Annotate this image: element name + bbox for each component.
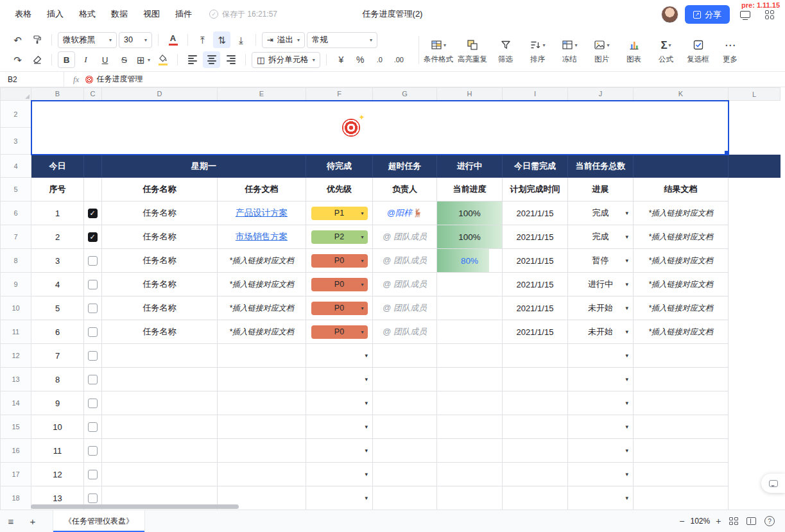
align-left-button[interactable] <box>184 51 201 68</box>
freeze-button[interactable]: ▾ 冻结 <box>554 36 585 67</box>
task-checkbox[interactable] <box>88 209 98 218</box>
column-label-doc[interactable]: 任务文档 <box>218 178 306 202</box>
cell[interactable] <box>729 249 781 273</box>
result-doc-cell[interactable]: *插入链接对应文档 <box>634 225 729 249</box>
selection-fill-handle[interactable] <box>724 150 729 155</box>
status-dropdown-cell[interactable]: 进行中▾ <box>568 273 634 296</box>
checkbox-cell[interactable] <box>84 296 102 320</box>
column-label-name[interactable]: 任务名称 <box>102 178 218 202</box>
checkbox-insert-button[interactable]: 复选框 <box>682 36 714 67</box>
task-checkbox[interactable] <box>88 470 98 479</box>
cell[interactable] <box>729 296 781 320</box>
task-name-cell[interactable]: 任务名称 <box>102 296 218 320</box>
cell[interactable] <box>84 155 102 178</box>
cell[interactable] <box>729 155 781 178</box>
priority-cell[interactable]: P0▾ <box>306 273 373 296</box>
percent-format-button[interactable]: % <box>352 51 369 68</box>
result-doc-cell[interactable]: *插入链接对应文档 <box>634 273 729 296</box>
align-right-button[interactable] <box>222 51 239 68</box>
row-header[interactable]: 13 <box>1 368 31 391</box>
summary-weekday[interactable]: 星期一 <box>102 155 306 178</box>
status-dropdown-cell[interactable]: 暂停▾ <box>568 249 634 273</box>
text-overflow-select[interactable]: ⇥ 溢出 ▾ <box>262 32 305 48</box>
cell[interactable] <box>437 391 503 415</box>
font-color-button[interactable]: A <box>164 31 182 48</box>
status-dropdown-cell[interactable]: ▾ <box>568 344 634 368</box>
column-label-serial[interactable]: 序号 <box>31 178 84 202</box>
row-header[interactable]: 6 <box>1 202 31 225</box>
task-name-cell[interactable]: 任务名称 <box>102 249 218 273</box>
valign-top-button[interactable]: ⤒ <box>194 31 211 48</box>
column-label-owner[interactable]: 负责人 <box>373 178 437 202</box>
grid-view-icon[interactable] <box>729 517 738 525</box>
status-dropdown-cell[interactable]: ▾ <box>568 439 634 463</box>
menu-view[interactable]: 视图 <box>136 6 167 22</box>
priority-cell[interactable]: P0▾ <box>306 296 373 320</box>
borders-button[interactable]: ⊞▾ <box>135 51 152 68</box>
cell[interactable] <box>729 439 781 463</box>
zoom-out-button[interactable]: − <box>679 516 684 526</box>
cell[interactable] <box>634 368 729 391</box>
priority-chip[interactable]: P0▾ <box>311 254 368 268</box>
cell[interactable] <box>503 391 568 415</box>
row-header[interactable]: 15 <box>1 415 31 439</box>
cell[interactable] <box>102 463 218 486</box>
caret-down-icon[interactable]: ▾ <box>625 447 628 454</box>
serial-cell[interactable]: 5 <box>31 296 84 320</box>
plan-date-cell[interactable]: 2021/1/15 <box>503 320 568 344</box>
cell[interactable] <box>218 391 306 415</box>
doc-link[interactable]: 产品设计方案 <box>236 208 288 218</box>
serial-cell[interactable]: 7 <box>31 344 84 368</box>
task-checkbox[interactable] <box>88 446 98 456</box>
caret-down-icon[interactable]: ▾ <box>625 281 628 287</box>
caret-down-icon[interactable]: ▾ <box>625 234 628 240</box>
column-label-plan-date[interactable]: 计划完成时间 <box>503 178 568 202</box>
cell[interactable] <box>729 415 781 439</box>
cell[interactable] <box>373 344 437 368</box>
priority-chip[interactable]: P1▾ <box>311 207 368 220</box>
col-header[interactable]: J <box>568 88 634 101</box>
progress-cell[interactable]: 100% <box>437 225 503 249</box>
status-dropdown-cell[interactable]: ▾ <box>568 486 634 510</box>
checkbox-cell[interactable] <box>84 463 102 486</box>
priority-cell[interactable]: P0▾ <box>306 320 373 344</box>
font-family-select[interactable]: 微软雅黑 ▾ <box>58 32 117 48</box>
horizontal-scrollbar[interactable] <box>31 504 239 509</box>
filter-button[interactable]: 筛选 <box>490 36 521 67</box>
checkbox-cell[interactable] <box>84 439 102 463</box>
caret-down-icon[interactable]: ▾ <box>625 495 628 501</box>
serial-cell[interactable]: 8 <box>31 368 84 391</box>
row-header[interactable]: 4 <box>1 155 31 178</box>
cell[interactable] <box>729 128 781 155</box>
row-header[interactable]: 9 <box>1 273 31 296</box>
cell[interactable] <box>729 101 781 128</box>
task-doc-cell[interactable]: 市场销售方案 <box>218 225 306 249</box>
cell[interactable] <box>373 391 437 415</box>
caret-down-icon[interactable]: ▾ <box>365 352 368 359</box>
priority-dropdown-cell[interactable]: ▾ <box>306 486 373 510</box>
cell[interactable] <box>373 368 437 391</box>
status-dropdown-cell[interactable]: 完成▾ <box>568 225 634 249</box>
caret-down-icon[interactable]: ▾ <box>365 471 368 477</box>
caret-down-icon[interactable]: ▾ <box>625 400 628 406</box>
zoom-in-button[interactable]: + <box>716 516 721 526</box>
cell[interactable] <box>503 463 568 486</box>
decrease-decimal-button[interactable]: .0 <box>371 51 388 68</box>
sheet-title-cell[interactable]: 任务进度管理 <box>31 101 729 155</box>
cell[interactable] <box>218 344 306 368</box>
conditional-format-button[interactable]: ▾ 条件格式 <box>422 36 455 67</box>
cell[interactable] <box>634 391 729 415</box>
strikethrough-button[interactable]: S <box>116 51 133 68</box>
serial-cell[interactable]: 12 <box>31 463 84 486</box>
priority-chip[interactable]: P2▾ <box>311 230 368 244</box>
row-header[interactable]: 8 <box>1 249 31 273</box>
caret-down-icon[interactable]: ▾ <box>625 257 628 264</box>
owner-cell[interactable]: @ 团队成员 <box>373 273 437 296</box>
serial-cell[interactable]: 4 <box>31 273 84 296</box>
sheet-tab-active[interactable]: 《任务管理仪表盘》 <box>53 510 145 532</box>
bold-button[interactable]: B <box>58 51 75 68</box>
priority-cell[interactable]: P0▾ <box>306 249 373 273</box>
caret-down-icon[interactable]: ▾ <box>365 447 368 454</box>
menu-format[interactable]: 格式 <box>72 6 103 22</box>
menu-table[interactable]: 表格 <box>8 6 39 22</box>
